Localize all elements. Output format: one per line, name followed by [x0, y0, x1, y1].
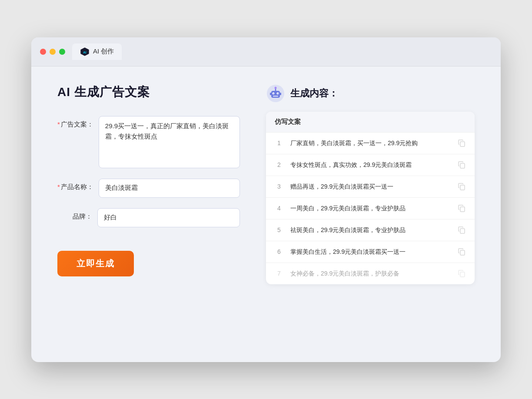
robot-icon: [266, 84, 285, 103]
ai-logo-icon: AI: [80, 47, 90, 57]
result-text: 一周美白，29.9元美白淡斑霜，专业护肤品: [290, 204, 450, 213]
copy-icon[interactable]: [457, 182, 466, 191]
copy-icon[interactable]: [457, 247, 466, 256]
tab-label: AI 创作: [93, 47, 114, 56]
minimize-button[interactable]: [50, 49, 56, 55]
svg-point-5: [275, 86, 277, 89]
result-num: 1: [275, 140, 283, 146]
close-button[interactable]: [40, 49, 46, 55]
result-row: 6 掌握美白生活，29.9元美白淡斑霜买一送一: [266, 241, 475, 263]
svg-rect-13: [460, 142, 465, 146]
result-row: 4 一周美白，29.9元美白淡斑霜，专业护肤品: [266, 198, 475, 219]
generate-button[interactable]: 立即生成: [57, 251, 134, 276]
result-row: 3 赠品再送，29.9元美白淡斑霜买一送一: [266, 176, 475, 198]
result-num: 5: [275, 226, 283, 233]
brand-label: 品牌：: [57, 208, 92, 221]
result-table-header: 仿写文案: [266, 112, 475, 133]
right-panel: 生成内容： 仿写文案 1 厂家直销，美白淡斑霜，买一送一，29.9元抢购 2 专…: [266, 84, 475, 345]
ad-copy-field[interactable]: 29.9买一送一，真正的厂家直销，美白淡斑霜，专抹女性斑点: [99, 116, 240, 168]
tab-ai[interactable]: AI AI 创作: [72, 43, 122, 60]
svg-rect-16: [460, 207, 465, 212]
brand-field[interactable]: [97, 208, 240, 227]
maximize-button[interactable]: [59, 49, 65, 55]
svg-rect-12: [280, 93, 281, 95]
copy-icon: [457, 269, 466, 278]
form-group-brand: 品牌：: [57, 208, 240, 227]
result-title: 生成内容：: [290, 87, 338, 100]
result-num: 6: [275, 248, 283, 255]
result-num: 2: [275, 161, 283, 168]
required-star-1: *: [57, 120, 60, 128]
svg-rect-18: [460, 250, 465, 255]
product-name-label: *产品名称：: [57, 179, 93, 191]
result-header: 生成内容：: [266, 84, 475, 103]
browser-window: AI AI 创作 AI 生成广告文案 *广告文案： 29.9买一送一，真正的厂家…: [31, 37, 501, 362]
left-panel: AI 生成广告文案 *广告文案： 29.9买一送一，真正的厂家直销，美白淡斑霜，…: [57, 84, 240, 345]
form-group-ad-copy: *广告文案： 29.9买一送一，真正的厂家直销，美白淡斑霜，专抹女性斑点: [57, 116, 240, 168]
browser-content: AI 生成广告文案 *广告文案： 29.9买一送一，真正的厂家直销，美白淡斑霜，…: [31, 66, 501, 362]
result-text: 掌握美白生活，29.9元美白淡斑霜买一送一: [290, 247, 450, 256]
svg-rect-3: [271, 91, 280, 98]
titlebar: AI AI 创作: [31, 37, 501, 66]
svg-rect-11: [270, 93, 271, 95]
svg-rect-15: [460, 185, 465, 190]
result-text: 祛斑美白，29.9元美白淡斑霜，专业护肤品: [290, 226, 450, 235]
result-num: 4: [275, 205, 283, 212]
form-group-product-name: *产品名称：: [57, 179, 240, 198]
svg-rect-19: [460, 272, 465, 277]
copy-icon[interactable]: [457, 204, 466, 213]
copy-icon[interactable]: [457, 226, 466, 234]
ad-copy-label: *广告文案：: [57, 116, 93, 129]
svg-rect-10: [273, 96, 278, 97]
result-num: 7: [275, 270, 283, 277]
result-num: 3: [275, 183, 283, 190]
result-table: 仿写文案 1 厂家直销，美白淡斑霜，买一送一，29.9元抢购 2 专抹女性斑点，…: [266, 112, 475, 284]
svg-point-8: [273, 93, 274, 94]
product-name-field[interactable]: [99, 179, 240, 198]
result-row-dimmed: 7 女神必备，29.9元美白淡斑霜，护肤必备: [266, 263, 475, 284]
result-row: 2 专抹女性斑点，真实功效，29.9元美白淡斑霜: [266, 154, 475, 176]
svg-text:AI: AI: [83, 50, 86, 54]
traffic-lights: [40, 49, 65, 55]
svg-rect-14: [460, 163, 465, 168]
result-text: 赠品再送，29.9元美白淡斑霜买一送一: [290, 182, 450, 191]
result-row: 1 厂家直销，美白淡斑霜，买一送一，29.9元抢购: [266, 133, 475, 154]
result-text: 厂家直销，美白淡斑霜，买一送一，29.9元抢购: [290, 139, 450, 148]
page-title: AI 生成广告文案: [57, 84, 240, 100]
svg-rect-17: [460, 229, 465, 233]
svg-point-9: [278, 93, 279, 94]
copy-icon[interactable]: [457, 160, 466, 169]
result-text: 女神必备，29.9元美白淡斑霜，护肤必备: [290, 269, 450, 278]
required-star-2: *: [57, 183, 60, 190]
result-row: 5 祛斑美白，29.9元美白淡斑霜，专业护肤品: [266, 219, 475, 241]
copy-icon[interactable]: [457, 139, 466, 147]
result-text: 专抹女性斑点，真实功效，29.9元美白淡斑霜: [290, 160, 450, 170]
